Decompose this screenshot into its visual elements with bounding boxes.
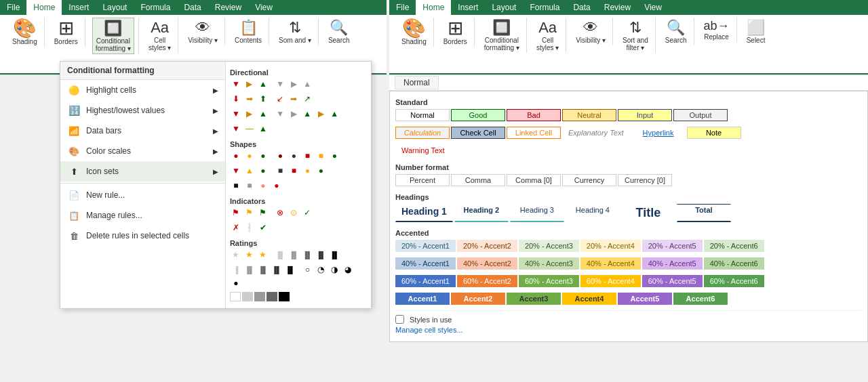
cell-styles-button[interactable]: Aa Cellstyles ▾ — [146, 18, 174, 53]
left-tab-data[interactable]: Data — [177, 0, 208, 15]
bar2-3[interactable]: ▐▌ — [257, 263, 269, 276]
circle-green[interactable]: ● — [257, 150, 269, 162]
pie-100[interactable]: ● — [230, 277, 242, 289]
style-heading2[interactable]: Heading 2 — [454, 204, 509, 222]
style-acc6[interactable]: Accent6 — [673, 293, 728, 305]
manage-cell-styles-link[interactable]: Manage cell styles... — [395, 326, 463, 334]
style-currency[interactable]: Currency — [562, 174, 616, 186]
menu-item-databars[interactable]: 📶 Data bars ▶ — [60, 121, 225, 141]
sq-rating-1[interactable] — [230, 292, 241, 301]
style-heading4[interactable]: Heading 4 — [566, 204, 620, 222]
pie-50[interactable]: ◑ — [328, 263, 340, 276]
tri-s-green[interactable]: ● — [257, 165, 269, 177]
right-sort-button[interactable]: ⇅ Sort andfilter ▾ — [620, 18, 651, 53]
right-tab-formula[interactable]: Formula — [523, 0, 566, 15]
right-tab-view[interactable]: View — [637, 0, 669, 15]
style-linkedcell[interactable]: Linked Cell — [507, 127, 561, 139]
conditional-formatting-button[interactable]: 🔲 Conditionalformatting ▾ — [92, 18, 134, 54]
bar2-1[interactable]: ▐ — [230, 263, 242, 276]
star-half-1[interactable]: ★ — [243, 249, 256, 261]
left-tab-layout[interactable]: Layout — [96, 0, 134, 15]
bar-4[interactable]: ▐▌ — [315, 249, 327, 261]
arrow3-right[interactable]: ▶ — [243, 108, 256, 120]
style-40a6[interactable]: 40% - Accent6 — [704, 257, 764, 270]
style-acc1[interactable]: Accent1 — [395, 293, 450, 305]
pie-25[interactable]: ◔ — [315, 263, 327, 276]
arrow-down-red[interactable]: ▼ — [230, 78, 242, 90]
cross-red[interactable]: ✗ — [230, 221, 242, 234]
tri-dash[interactable]: — — [243, 123, 256, 135]
tri-down[interactable]: ▼ — [230, 123, 242, 135]
style-20a5[interactable]: 20% - Accent5 — [642, 240, 703, 252]
style-40a4[interactable]: 40% - Accent4 — [580, 257, 641, 270]
right-tab-insert[interactable]: Insert — [451, 0, 485, 15]
right-visibility-button[interactable]: 👁 Visibility ▾ — [573, 18, 608, 45]
right-tab-home[interactable]: Home — [416, 0, 451, 15]
style-acc4[interactable]: Accent4 — [562, 293, 616, 305]
tri-up[interactable]: ▲ — [257, 123, 269, 135]
right-tab-file[interactable]: File — [389, 0, 416, 15]
style-20a1[interactable]: 20% - Accent1 — [395, 240, 456, 252]
search-button[interactable]: 🔍 Search — [326, 18, 353, 45]
sq-gray[interactable]: ■ — [243, 179, 256, 192]
right-tab-review[interactable]: Review — [597, 0, 637, 15]
right-cell-styles-button[interactable]: Aa Cellstyles ▾ — [534, 18, 561, 53]
borders-button[interactable]: ⊞ Borders — [52, 18, 81, 47]
menu-item-managerules[interactable]: 📋 Manage rules... — [60, 205, 225, 226]
chevron-right-yellow[interactable]: ➡ — [243, 93, 256, 105]
arrow3-up[interactable]: ▲ — [257, 108, 269, 120]
bar2-5[interactable]: ▐▌ — [284, 263, 296, 276]
arrow-up-gray[interactable]: ▲ — [301, 78, 313, 90]
arrow-right-gray[interactable]: ▶ — [288, 78, 300, 90]
circ-pink[interactable]: ● — [257, 179, 269, 192]
sq-rating-5[interactable] — [279, 292, 290, 301]
menu-item-highlight[interactable]: 🟡 Highlight cells ▶ — [60, 80, 225, 100]
menu-item-iconsets[interactable]: ⬆ Icon sets ▶ — [60, 161, 225, 182]
pie-0[interactable]: ○ — [301, 263, 313, 276]
arrow4-up2[interactable]: ▲ — [328, 108, 340, 120]
contents-button[interactable]: 📋 Contents — [232, 18, 264, 45]
style-acc5[interactable]: Accent5 — [618, 293, 672, 305]
bar-1[interactable]: ▐▌ — [274, 249, 286, 261]
right-replace-button[interactable]: ab→ Replace — [701, 18, 732, 42]
bar-3[interactable]: ▐▌ — [301, 249, 313, 261]
excl-yellow[interactable]: ❕ — [243, 221, 256, 234]
left-tab-home[interactable]: Home — [26, 0, 62, 15]
right-select-button[interactable]: ⬜ Select — [744, 18, 768, 45]
style-40a2[interactable]: 40% - Accent2 — [457, 257, 517, 270]
menu-item-deleterules[interactable]: 🗑 Delete rules in selected cells — [60, 226, 225, 246]
arrow-down-gray[interactable]: ▼ — [274, 78, 286, 90]
style-60a2[interactable]: 60% - Accent2 — [457, 275, 517, 287]
circle-dark[interactable]: ● — [288, 150, 300, 162]
left-tab-formula[interactable]: Formula — [134, 0, 177, 15]
style-20a3[interactable]: 20% - Accent3 — [519, 240, 579, 252]
style-explanatory[interactable]: Explanatory Text — [562, 127, 630, 139]
pie-75[interactable]: ◕ — [342, 263, 354, 276]
style-checkcell[interactable]: Check Cell — [451, 127, 505, 139]
style-bad[interactable]: Bad — [507, 109, 561, 121]
circle-yellow[interactable]: ● — [243, 150, 256, 162]
style-40a5[interactable]: 40% - Accent5 — [642, 257, 703, 270]
right-shading-button[interactable]: 🎨 Shading — [399, 18, 429, 47]
star-full-1[interactable]: ★ — [257, 249, 269, 261]
sort-filter-button[interactable]: ⇅ Som and ▾ — [276, 18, 314, 45]
turn-down-red[interactable]: ↙ — [274, 93, 286, 105]
style-heading3[interactable]: Heading 3 — [510, 204, 564, 222]
style-hyperlink[interactable]: Hyperlink — [631, 127, 686, 139]
bar2-4[interactable]: ▐▌ — [271, 263, 283, 276]
bar-2[interactable]: ▐▌ — [288, 249, 300, 261]
left-tab-insert[interactable]: Insert — [62, 0, 96, 15]
style-currency0[interactable]: Currency [0] — [618, 174, 672, 186]
style-40a1[interactable]: 40% - Accent1 — [395, 257, 456, 270]
arrow4-right[interactable]: ▶ — [288, 108, 300, 120]
style-total[interactable]: Total — [677, 204, 731, 222]
style-60a1[interactable]: 60% - Accent1 — [395, 275, 456, 287]
sq-rating-2[interactable] — [242, 292, 253, 301]
style-title[interactable]: Title — [621, 204, 675, 222]
chevron-down-red[interactable]: ⬇ — [230, 93, 242, 105]
style-good[interactable]: Good — [451, 109, 505, 121]
right-tab-layout[interactable]: Layout — [485, 0, 523, 15]
tri-s-yellow[interactable]: ▲ — [243, 165, 256, 177]
sq-rating-4[interactable] — [267, 292, 277, 301]
arrow4-down[interactable]: ▼ — [274, 108, 286, 120]
